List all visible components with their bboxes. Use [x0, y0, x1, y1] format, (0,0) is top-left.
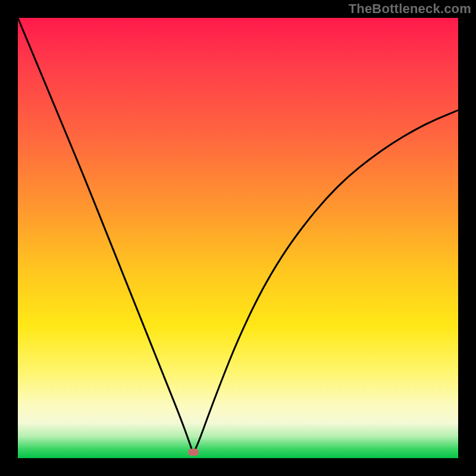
chart-frame: TheBottleneck.com: [0, 0, 476, 476]
watermark-text: TheBottleneck.com: [349, 1, 471, 17]
curve-svg: [18, 18, 458, 458]
min-point-marker: [188, 449, 199, 456]
bottleneck-curve-path: [18, 18, 458, 451]
plot-area: [18, 18, 458, 458]
